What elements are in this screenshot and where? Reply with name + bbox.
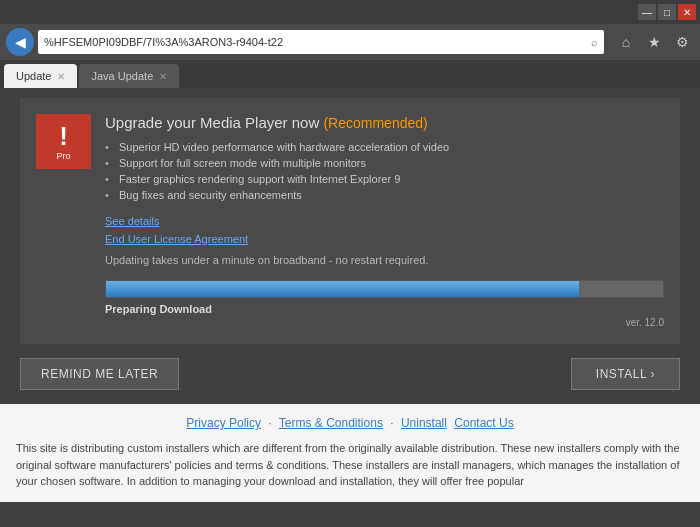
remind-me-later-button[interactable]: REMIND ME LATER: [20, 358, 179, 390]
tab-close-icon[interactable]: ✕: [57, 71, 65, 82]
tab-update[interactable]: Update ✕: [4, 64, 77, 88]
page-content: ! Pro Upgrade your Media Player now (Rec…: [0, 88, 700, 527]
upgrade-title-text: Upgrade your Media Player now: [105, 114, 319, 131]
see-details-link[interactable]: See details: [105, 213, 664, 231]
maximize-button[interactable]: □: [658, 4, 676, 20]
browser-chrome: — □ ✕ ◀ %HFSEM0PI09DBF/7I%3A%3ARON3-r940…: [0, 0, 700, 88]
separator-1: ·: [268, 416, 271, 430]
nav-bar: ◀ %HFSEM0PI09DBF/7I%3A%3ARON3-r9404-t22 …: [0, 24, 700, 60]
separator-2: ·: [390, 416, 393, 430]
recommended-badge: (Recommended): [323, 115, 427, 131]
terms-link[interactable]: Terms & Conditions: [279, 416, 383, 430]
home-icon[interactable]: ⌂: [614, 30, 638, 54]
upgrade-note: Updating takes under a minute on broadba…: [105, 254, 664, 266]
settings-icon[interactable]: ⚙: [670, 30, 694, 54]
pro-icon: ! Pro: [36, 114, 91, 169]
upgrade-links: See details End User License Agreement: [105, 213, 664, 248]
uninstall-link[interactable]: Uninstall: [401, 416, 447, 430]
tabs-bar: Update ✕ Java Update ✕: [0, 60, 700, 88]
contact-link[interactable]: Contact Us: [454, 416, 513, 430]
nav-icons: ⌂ ★ ⚙: [614, 30, 694, 54]
pro-exclamation: !: [59, 123, 68, 149]
footer-links: Privacy Policy · Terms & Conditions · Un…: [16, 416, 684, 430]
progress-section: Preparing Download ver. 12.0: [105, 280, 664, 328]
footer-section: Privacy Policy · Terms & Conditions · Un…: [0, 404, 700, 502]
star-icon[interactable]: ★: [642, 30, 666, 54]
tab-java-label: Java Update: [91, 70, 153, 82]
feature-2: Support for full screen mode with multip…: [105, 155, 664, 171]
progress-bar-fill: [106, 281, 579, 297]
upgrade-header: ! Pro Upgrade your Media Player now (Rec…: [36, 114, 664, 328]
preparing-text: Preparing Download: [105, 303, 664, 315]
title-bar: — □ ✕: [0, 0, 700, 24]
tab-java-update[interactable]: Java Update ✕: [79, 64, 179, 88]
upgrade-features-list: Superior HD video performance with hardw…: [105, 139, 664, 203]
pro-label: Pro: [56, 151, 70, 161]
minimize-button[interactable]: —: [638, 4, 656, 20]
feature-3: Faster graphics rendering support with I…: [105, 171, 664, 187]
tab-update-label: Update: [16, 70, 51, 82]
back-button[interactable]: ◀: [6, 28, 34, 56]
upgrade-title: Upgrade your Media Player now (Recommend…: [105, 114, 664, 131]
install-button[interactable]: INSTALL ›: [571, 358, 680, 390]
footer-body-text: This site is distributing custom install…: [16, 440, 684, 490]
privacy-policy-link[interactable]: Privacy Policy: [186, 416, 261, 430]
search-icon: ⌕: [591, 36, 598, 48]
close-button[interactable]: ✕: [678, 4, 696, 20]
address-text: %HFSEM0PI09DBF/7I%3A%3ARON3-r9404-t22: [44, 36, 587, 48]
feature-4: Bug fixes and security enhancements: [105, 187, 664, 203]
buttons-row: REMIND ME LATER INSTALL ›: [20, 358, 680, 390]
address-bar[interactable]: %HFSEM0PI09DBF/7I%3A%3ARON3-r9404-t22 ⌕: [38, 30, 604, 54]
upgrade-info: Upgrade your Media Player now (Recommend…: [105, 114, 664, 328]
upgrade-box: ! Pro Upgrade your Media Player now (Rec…: [20, 98, 680, 344]
progress-bar-container: [105, 280, 664, 298]
eula-link[interactable]: End User License Agreement: [105, 231, 664, 249]
feature-1: Superior HD video performance with hardw…: [105, 139, 664, 155]
version-text: ver. 12.0: [105, 317, 664, 328]
tab-java-close-icon[interactable]: ✕: [159, 71, 167, 82]
